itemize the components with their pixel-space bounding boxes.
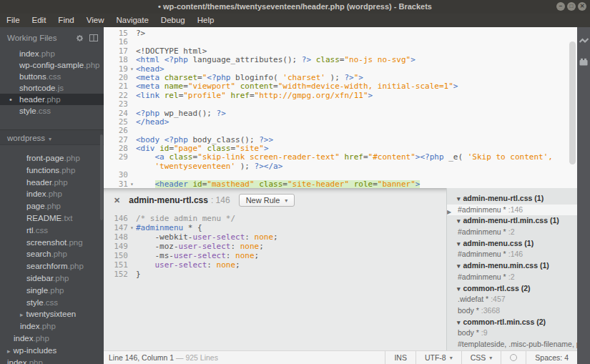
rules-file-group[interactable]: ▾admin-menu.css (1) xyxy=(447,238,577,250)
tree-folder-wp-includes[interactable]: ▸wp-includes xyxy=(0,345,104,357)
rules-file-group[interactable]: ▾admin-menu-rtl.min.css (1) xyxy=(447,215,577,227)
fold-arrow-icon[interactable]: ▾ xyxy=(128,180,136,188)
rules-file-group[interactable]: ▾admin-menu.min.css (1) xyxy=(447,260,577,272)
file-ext: .php xyxy=(51,250,67,258)
disclosure-triangle-icon: ▾ xyxy=(457,195,461,202)
tree-file-index[interactable]: index.php xyxy=(0,333,104,345)
menu-debug[interactable]: Debug xyxy=(161,14,185,27)
rule-selector: #adminmenu * xyxy=(458,272,506,281)
working-file-style[interactable]: style.css xyxy=(0,105,104,117)
rules-file-group[interactable]: ▾common-rtl.css (2) xyxy=(447,283,577,295)
tree-file-index[interactable]: index.php xyxy=(0,320,104,333)
rule-item[interactable]: ▶#adminmenu *:146 xyxy=(447,205,577,216)
working-file-shortcode[interactable]: shortcode.js xyxy=(0,82,104,94)
file-name: sidebar xyxy=(26,274,53,282)
new-rule-button[interactable]: New Rule ▾ xyxy=(239,194,295,207)
line-number: 18 xyxy=(104,56,128,64)
tree-file-rtl[interactable]: rtl.css xyxy=(0,225,104,237)
token xyxy=(136,180,155,188)
file-ext: .php xyxy=(39,49,55,58)
disclosure-triangle-icon: ▾ xyxy=(457,285,461,292)
tree-file-header[interactable]: header.php xyxy=(0,177,104,189)
maximize-icon[interactable]: □ xyxy=(567,2,576,11)
tree-file-functions[interactable]: functions.php xyxy=(0,164,104,177)
close-icon[interactable]: ✕ xyxy=(114,196,120,205)
working-file-wp-config-sample[interactable]: wp-config-sample.php xyxy=(0,59,104,71)
fold-arrow-icon[interactable]: ▾ xyxy=(128,65,136,74)
rule-item[interactable]: #adminmenu *:2 xyxy=(447,227,577,238)
menu-file[interactable]: File xyxy=(6,14,20,27)
code-line: 'twentyseventeen' ); ?></a> xyxy=(104,162,577,171)
code-line: 23 xyxy=(104,100,577,109)
split-view-icon[interactable] xyxy=(89,34,98,41)
encoding-select[interactable]: UTF-8▾ xyxy=(416,351,461,364)
rule-line-number: :146 xyxy=(508,250,523,258)
language-select[interactable]: CSS▾ xyxy=(461,351,501,364)
tree-file-style[interactable]: style.css xyxy=(0,297,104,309)
rule-item[interactable]: .widefat *:457 xyxy=(447,294,577,305)
token: <?php xyxy=(136,109,159,118)
menu-help[interactable]: Help xyxy=(197,14,215,27)
tree-file-front-page[interactable]: front-page.php xyxy=(0,152,104,164)
title-bar[interactable]: • wp-content/themes/twentyseventeen/head… xyxy=(0,0,590,14)
token: none xyxy=(235,251,255,260)
menu-view[interactable]: View xyxy=(87,14,104,27)
menu-bar: FileEditFindViewNavigateDebugHelp xyxy=(0,14,590,27)
rules-file-group[interactable]: ▾common-rtl.min.css (2) xyxy=(447,317,577,328)
tree-file-searchform[interactable]: searchform.php xyxy=(0,260,104,272)
code-editor[interactable]: 15?>1617<!DOCTYPE html>18<html <?php lan… xyxy=(104,27,577,188)
token: none xyxy=(255,232,274,242)
tree-file-screenshot[interactable]: screenshot.png xyxy=(0,237,104,249)
token: "http://gmpg.org/xfn/11" xyxy=(255,92,368,100)
token: bloginfo( xyxy=(230,74,282,82)
lint-status-icon[interactable] xyxy=(501,351,526,364)
token: = xyxy=(183,82,188,91)
rule-item[interactable]: #adminmenu *:2 xyxy=(447,272,577,283)
extension-manager-icon[interactable] xyxy=(579,56,588,69)
working-file-index[interactable]: index.php xyxy=(0,48,104,59)
tree-file-index[interactable]: index.php xyxy=(0,357,104,364)
sidebar-scrollbar[interactable] xyxy=(100,134,103,220)
fold-arrow-icon[interactable]: ▾ xyxy=(128,223,136,232)
live-preview-icon[interactable] xyxy=(579,35,589,48)
menu-find[interactable]: Find xyxy=(58,14,74,27)
tree-folder-twentysixteen[interactable]: ▸twentysixteen xyxy=(0,308,104,320)
file-tree: front-page.phpfunctions.phpheader.phpind… xyxy=(0,145,104,364)
tree-file-sidebar[interactable]: sidebar.php xyxy=(0,272,104,285)
code-line: 30 xyxy=(104,171,577,179)
token: > xyxy=(358,74,363,82)
rules-file-group[interactable]: ▾admin-menu-rtl.css (1) xyxy=(447,193,577,205)
rule-item[interactable]: #adminmenu *:146 xyxy=(447,249,577,260)
token: <?php xyxy=(164,136,188,144)
working-file-header[interactable]: •header.php xyxy=(0,94,104,105)
unsaved-dot-icon: • xyxy=(9,94,12,105)
gear-icon[interactable] xyxy=(76,34,84,42)
token: : xyxy=(245,232,254,242)
token: "site-header" xyxy=(287,180,349,188)
rule-item[interactable]: body *:3668 xyxy=(447,305,577,317)
menu-navigate[interactable]: Navigate xyxy=(116,14,148,27)
rule-item[interactable]: body *:9 xyxy=(447,328,577,339)
close-window-icon[interactable]: ✕ xyxy=(578,2,586,11)
editor-scrollbar[interactable] xyxy=(569,41,576,164)
indent-settings[interactable]: Spaces: 4 xyxy=(526,351,577,364)
working-file-buttons[interactable]: buttons.css xyxy=(0,71,104,82)
rule-item[interactable]: #templateside, .misc-pub-filename, pre, … xyxy=(447,339,577,350)
minimize-icon[interactable]: − xyxy=(556,2,565,11)
gutter-space xyxy=(128,251,136,260)
file-ext: .php xyxy=(48,286,64,295)
quick-edit-filename[interactable]: admin-menu-rtl.css xyxy=(129,195,208,205)
token: </a> xyxy=(264,162,283,171)
file-name: single xyxy=(26,286,48,295)
menu-edit[interactable]: Edit xyxy=(32,14,46,27)
token xyxy=(311,56,316,64)
token: -webkit- xyxy=(136,232,192,242)
tree-file-README[interactable]: README.txt xyxy=(0,212,104,225)
status-bar: Line 146, Column 1 — 925 Lines INSUTF-8▾… xyxy=(104,350,577,364)
tree-file-index[interactable]: index.php xyxy=(0,188,104,200)
project-dropdown[interactable]: wordpress▾ xyxy=(0,129,104,145)
tree-file-single[interactable]: single.php xyxy=(0,285,104,297)
tree-file-page[interactable]: page.php xyxy=(0,200,104,212)
tree-file-search[interactable]: search.php xyxy=(0,248,104,260)
overwrite-toggle[interactable]: INS xyxy=(385,351,416,364)
